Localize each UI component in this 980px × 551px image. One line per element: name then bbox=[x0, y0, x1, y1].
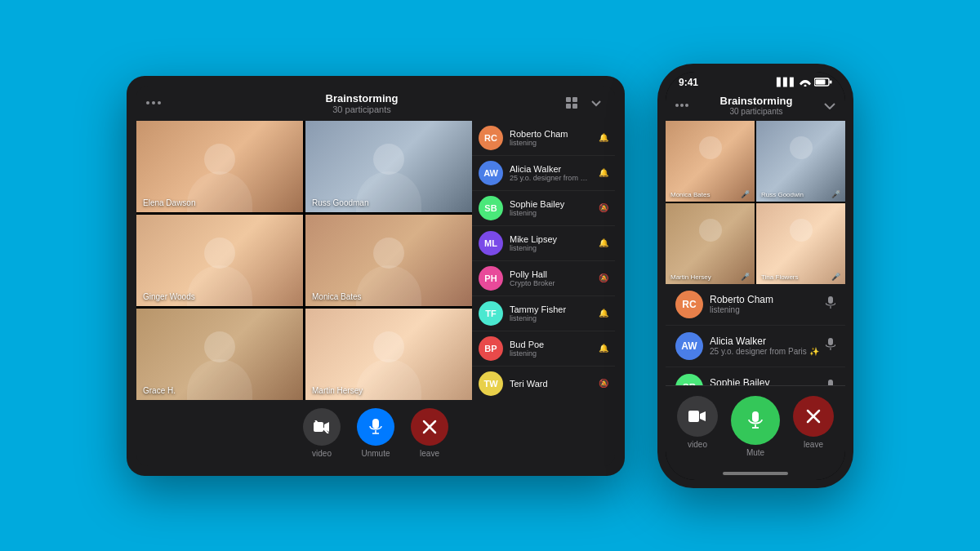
home-bar bbox=[723, 472, 788, 475]
phone-mic-icon-3: 🎤 bbox=[741, 273, 750, 281]
tablet-device: Brainstorming 30 participants bbox=[127, 76, 625, 476]
list-item[interactable]: PH Polly Hall Crypto Broker 🔕 bbox=[472, 261, 615, 296]
mic-muted-icon: 🔕 bbox=[599, 379, 608, 388]
phone-participant-avatar: RC bbox=[675, 291, 703, 318]
phone-participant-count: 30 participants bbox=[720, 107, 793, 116]
phone-controls: video Mute bbox=[666, 385, 845, 467]
phone-video-grid: Monica Bates 🎤 Russ Goodwin 🎤 Martin Her… bbox=[666, 121, 845, 284]
phone-participant-status: 25 y.o. designer from Paris ✨ bbox=[710, 347, 819, 356]
svg-rect-3 bbox=[572, 104, 577, 109]
tablet-video-grid: Elena Dawson Russ Goodman bbox=[136, 121, 472, 400]
participant-status: listening bbox=[510, 349, 592, 358]
list-item[interactable]: TF Tammy Fisher listening 🔔 bbox=[472, 296, 615, 331]
dot bbox=[685, 104, 688, 107]
video-cell-4: Monica Bates bbox=[305, 215, 472, 306]
participant-status: listening bbox=[510, 244, 592, 252]
participant-avatar: TF bbox=[479, 301, 503, 326]
phone-participant-avatar: SB bbox=[675, 374, 703, 385]
list-item[interactable]: AW Alicia Walker 25 y.o. designer from P… bbox=[472, 156, 615, 191]
phone-video-cell-2: Russ Goodwin 🎤 bbox=[756, 121, 845, 202]
mute-circle bbox=[357, 408, 394, 446]
phone-video-label: video bbox=[688, 440, 707, 449]
phone-leave-label: leave bbox=[804, 440, 823, 449]
list-item[interactable]: RC Roberto Cham listening 🔔 bbox=[472, 121, 615, 156]
phone-list-item[interactable]: AW Alicia Walker 25 y.o. designer from P… bbox=[666, 326, 845, 367]
video-button[interactable]: video bbox=[303, 408, 341, 458]
video-label: video bbox=[312, 449, 332, 458]
phone-video-label-1: Monica Bates bbox=[670, 191, 710, 198]
mute-label: Unmute bbox=[361, 449, 390, 458]
video-label-1: Elena Dawson bbox=[143, 198, 195, 207]
svg-rect-13 bbox=[816, 80, 826, 85]
svg-rect-21 bbox=[688, 411, 699, 422]
phone-video-label-3: Martin Hersey bbox=[670, 273, 711, 281]
participant-avatar: ML bbox=[479, 231, 503, 256]
list-item[interactable]: BP Bud Poe listening 🔔 bbox=[472, 331, 615, 367]
svg-rect-17 bbox=[828, 338, 833, 345]
participant-avatar: AW bbox=[479, 161, 503, 185]
tablet-menu-dots[interactable] bbox=[146, 101, 161, 104]
participant-name: Alicia Walker bbox=[510, 164, 592, 174]
phone-list-item[interactable]: SB Sophie Bailey listening bbox=[666, 367, 845, 385]
participant-status: listening bbox=[510, 209, 592, 217]
phone-leave-circle bbox=[793, 396, 834, 437]
mute-button[interactable]: Unmute bbox=[357, 408, 394, 458]
list-item[interactable]: SB Sophie Bailey listening 🔕 bbox=[472, 191, 615, 226]
phone-mic-icon bbox=[826, 338, 835, 353]
phone-menu-dots[interactable] bbox=[675, 104, 688, 107]
tablet-header: Brainstorming 30 participants bbox=[136, 86, 615, 121]
video-cell-6: Martin Hersey bbox=[305, 309, 472, 400]
phone-participants-list: RC Roberto Cham listening AW Alicia Walk… bbox=[666, 284, 845, 385]
svg-rect-14 bbox=[830, 81, 832, 84]
phone-video-label-4: Tina Flowers bbox=[761, 273, 799, 281]
phone-video-cell-3: Martin Hersey 🎤 bbox=[666, 203, 755, 284]
mic-icon: 🔔 bbox=[599, 133, 608, 142]
mic-icon: 🔔 bbox=[599, 344, 608, 353]
list-item[interactable]: ML Mike Lipsey listening 🔔 bbox=[472, 226, 615, 261]
svg-rect-6 bbox=[372, 419, 379, 429]
svg-rect-15 bbox=[828, 296, 833, 304]
phone-chevron-icon[interactable] bbox=[824, 99, 835, 112]
phone-participant-name: Roberto Cham bbox=[710, 294, 819, 305]
participant-name: Polly Hall bbox=[510, 269, 592, 279]
mic-icon: 🔔 bbox=[599, 238, 608, 247]
phone-device: 9:41 ▋▋▋ Brainstorming 30 participants bbox=[657, 64, 853, 488]
grid-view-icon[interactable] bbox=[563, 94, 581, 112]
participant-avatar: PH bbox=[479, 266, 503, 291]
participant-name: Tammy Fisher bbox=[510, 304, 592, 314]
chevron-down-icon[interactable] bbox=[587, 94, 605, 112]
leave-button[interactable]: leave bbox=[411, 408, 448, 458]
svg-rect-2 bbox=[566, 104, 571, 109]
tablet-controls: video Unmute bbox=[136, 400, 615, 466]
phone-mic-icon-2: 🎤 bbox=[831, 190, 840, 198]
phone-leave-button[interactable]: leave bbox=[793, 396, 834, 457]
svg-rect-0 bbox=[566, 97, 571, 102]
phone-video-button[interactable]: video bbox=[677, 396, 718, 457]
participant-name: Sophie Bailey bbox=[510, 199, 592, 209]
participant-avatar: RC bbox=[479, 126, 503, 150]
participant-name: Teri Ward bbox=[510, 379, 592, 389]
phone-time: 9:41 bbox=[679, 77, 698, 88]
video-label-3: Ginger Woods bbox=[143, 292, 195, 301]
phone-mic-icon bbox=[826, 296, 835, 312]
participant-status: listening bbox=[510, 139, 592, 147]
participant-status: 25 y.o. designer from Paris ✨ bbox=[510, 174, 592, 182]
phone-video-label-2: Russ Goodwin bbox=[761, 191, 804, 198]
phone-mic-icon-4: 🎤 bbox=[831, 273, 840, 281]
phone-mute-button[interactable]: Mute bbox=[731, 396, 780, 457]
phone-participant-name: Alicia Walker bbox=[710, 335, 819, 347]
mic-muted-icon: 🔕 bbox=[599, 273, 608, 282]
phone-mic-icon-1: 🎤 bbox=[741, 190, 750, 198]
participant-name: Bud Poe bbox=[510, 340, 592, 349]
phone-participant-status: listening bbox=[710, 305, 819, 314]
svg-rect-22 bbox=[752, 411, 759, 422]
list-item[interactable]: TW Teri Ward 🔕 bbox=[472, 367, 615, 400]
participant-avatar: SB bbox=[479, 196, 503, 220]
dot bbox=[158, 101, 161, 104]
phone-call-title: Brainstorming bbox=[720, 95, 793, 107]
leave-circle bbox=[411, 408, 448, 446]
video-label-5: Grace H. bbox=[143, 386, 176, 395]
tablet-participants-list: RC Roberto Cham listening 🔔 AW Alicia Wa… bbox=[472, 121, 615, 400]
phone-list-item[interactable]: RC Roberto Cham listening bbox=[666, 284, 845, 326]
phone-participant-name: Sophie Bailey bbox=[710, 377, 819, 385]
